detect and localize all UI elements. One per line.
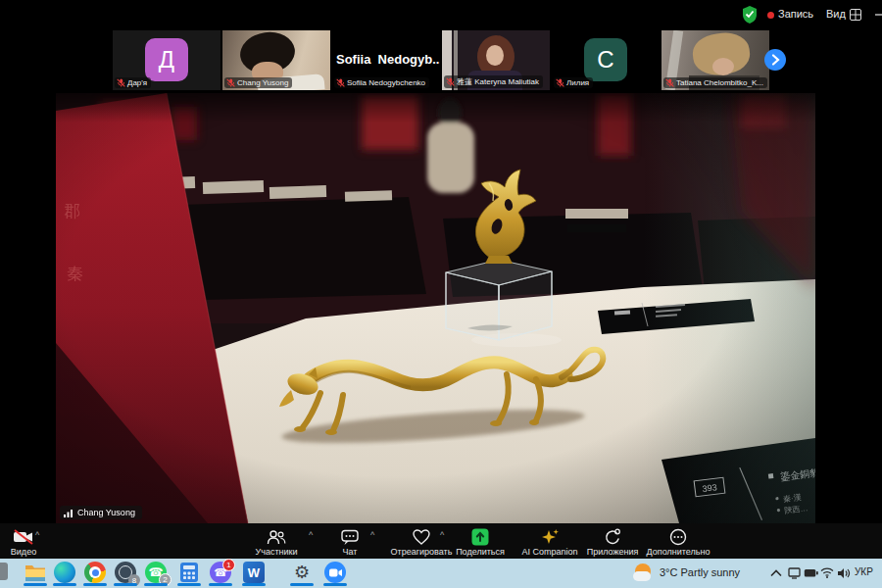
taskbar-underline	[83, 583, 107, 586]
mic-muted-icon	[446, 77, 455, 86]
recording-label: Запись	[778, 8, 813, 20]
toolbar-ai-companion-label: AI Companion	[517, 547, 582, 557]
participant-tile-kateryna[interactable]: 雅蓮 Kateryna Maliutiak	[442, 30, 550, 90]
ai-sparkle-icon	[541, 528, 560, 546]
participants-icon	[267, 529, 286, 545]
whatsapp-icon[interactable]: ☎ 2	[145, 562, 167, 583]
video-off-icon	[13, 529, 34, 545]
connection-signal-icon	[64, 509, 74, 517]
toolbar-participants-button[interactable]: Участники	[247, 523, 306, 559]
avatar: Д	[145, 38, 188, 81]
view-button[interactable]: Вид	[826, 8, 846, 20]
tray-expand-chevron-icon[interactable]	[770, 568, 782, 578]
participant-name: Tatiana Chelombitko_K...	[676, 78, 763, 87]
chevron-right-icon	[769, 53, 781, 67]
chat-icon	[341, 529, 359, 546]
taskbar-underline	[177, 583, 201, 586]
encryption-shield-icon	[742, 6, 758, 24]
participants-options-chevron[interactable]: ^	[309, 530, 313, 540]
tray-battery-icon[interactable]	[804, 568, 818, 578]
avatar: С	[584, 38, 627, 81]
meeting-topbar: Запись Вид	[0, 0, 882, 29]
museum-exhibit-scene: 393 鎏金銅豹 秦·漢 陝西… 郡 秦	[56, 93, 815, 523]
settings-gear-icon[interactable]: ⚙	[291, 562, 313, 583]
toolbar-more-button[interactable]: Дополнительно	[646, 523, 710, 559]
taskbar-underline	[209, 583, 232, 586]
next-participants-button[interactable]	[764, 49, 786, 71]
chat-options-chevron[interactable]: ^	[370, 530, 374, 540]
toolbar-react-button[interactable]: Отреагировать	[386, 523, 457, 559]
recording-dot	[767, 12, 774, 19]
mic-muted-icon	[665, 78, 674, 87]
language-indicator[interactable]: УКР	[855, 566, 873, 577]
taskbar-underline	[323, 583, 347, 586]
meeting-toolbar: Видео ^ Участники 42 ^	[0, 523, 882, 559]
mic-muted-icon	[556, 78, 564, 87]
participant-tile-chang-yusong[interactable]: Chang Yusong	[222, 30, 330, 90]
zoom-meeting-window: Запись Вид Д Дар'я	[0, 0, 882, 588]
participant-tile-sofiia[interactable]: Sofiia Nedogyb... Sofiia Nedogybchenko	[332, 30, 440, 90]
tray-volume-icon[interactable]	[837, 567, 851, 579]
edge-browser-icon[interactable]	[54, 562, 75, 583]
taskbar-underline	[24, 583, 47, 586]
share-screen-icon	[471, 528, 489, 546]
video-options-chevron[interactable]: ^	[35, 530, 39, 540]
toolbar-share-label: Поделиться	[450, 547, 511, 557]
active-speaker-name: Chang Yusong	[77, 508, 135, 517]
tray-device-icon[interactable]	[788, 567, 801, 579]
participant-tile-tatiana[interactable]: Tatiana Chelombitko_K...	[662, 30, 769, 90]
main-video[interactable]: 393 鎏金銅豹 秦·漢 陝西… 郡 秦	[56, 93, 815, 523]
participant-name: 雅蓮 Kateryna Maliutiak	[457, 76, 539, 87]
weather-text[interactable]: 3°C Partly sunny	[660, 566, 740, 578]
more-ellipsis-icon	[669, 528, 687, 546]
chrome-browser-icon[interactable]	[84, 562, 106, 583]
toolbar-apps-button[interactable]: Приложения	[585, 523, 640, 559]
participant-name-plate: Chang Yusong	[224, 77, 292, 88]
taskbar-underline	[290, 583, 314, 586]
react-options-chevron[interactable]: ^	[440, 530, 444, 540]
toolbar-apps-label: Приложения	[585, 547, 640, 557]
calculator-icon[interactable]	[178, 562, 200, 583]
gallery-view-icon[interactable]	[850, 9, 861, 21]
active-speaker-nameplate: Chang Yusong	[60, 506, 142, 519]
partial-app-icon[interactable]	[0, 563, 8, 580]
heart-react-icon	[413, 529, 430, 545]
taskbar-underline	[114, 583, 137, 586]
participant-name: Дар'я	[127, 78, 147, 87]
toolbar-more-label: Дополнительно	[646, 547, 710, 557]
toolbar-chat-label: Чат	[330, 547, 369, 557]
apps-icon	[604, 528, 621, 546]
zoom-app-icon[interactable]	[324, 562, 346, 583]
word-icon[interactable]: W	[243, 562, 265, 583]
participant-display-name: Sofiia Nedogyb...	[336, 52, 440, 67]
toolbar-share-button[interactable]: Поделиться	[450, 523, 511, 559]
taskbar-underline	[144, 583, 168, 586]
windows-taskbar: 8 ☎ 2 ☎ 1 W ⚙	[0, 559, 882, 588]
participant-video-face	[712, 58, 734, 75]
participant-name: Лилия	[566, 78, 589, 87]
mic-muted-icon	[117, 78, 125, 87]
participant-video-face	[486, 45, 504, 66]
toolbar-chat-button[interactable]: Чат	[330, 523, 369, 559]
taskbar-underline	[242, 583, 266, 586]
clock-app-icon[interactable]: 8	[115, 562, 136, 583]
participant-name-plate: Sofiia Nedogybchenko	[334, 77, 429, 88]
mic-muted-icon	[336, 78, 345, 87]
participant-name-plate: Tatiana Chelombitko_K...	[663, 77, 767, 88]
participant-tile-liliya[interactable]: С Лилия	[552, 30, 660, 90]
toolbar-react-label: Отреагировать	[386, 547, 457, 557]
tray-wifi-icon[interactable]	[820, 566, 834, 578]
participant-name-plate: Лилия	[554, 77, 593, 88]
participant-name-plate: Дар'я	[115, 77, 151, 88]
weather-icon[interactable]	[633, 563, 655, 584]
window-control-partial[interactable]	[875, 14, 882, 16]
avatar-letter: С	[597, 46, 613, 74]
viber-icon[interactable]: ☎ 1	[210, 562, 231, 583]
file-explorer-icon[interactable]	[24, 562, 46, 583]
toolbar-video-button[interactable]: Видео	[2, 523, 45, 559]
taskbar-underline	[53, 583, 76, 586]
toolbar-ai-companion-button[interactable]: AI Companion	[517, 523, 582, 559]
toolbar-video-label: Видео	[2, 547, 45, 557]
participant-tile-darya[interactable]: Д Дар'я	[113, 30, 220, 90]
participant-name: Sofiia Nedogybchenko	[347, 78, 425, 87]
